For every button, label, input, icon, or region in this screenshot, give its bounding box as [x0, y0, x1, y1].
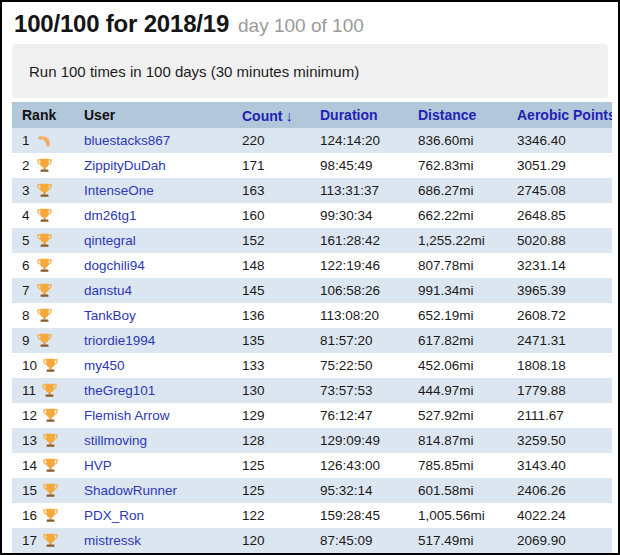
- username-link[interactable]: TankBoy: [84, 308, 136, 323]
- user-cell: qintegral: [74, 228, 232, 253]
- rank-cell: 6: [12, 253, 74, 278]
- username-link[interactable]: bluestacks867: [84, 133, 170, 148]
- aerobic-points-cell: 2069.90: [507, 528, 612, 553]
- col-header-rank: Rank: [12, 102, 74, 128]
- leaderboard-table: Rank User Count↓ Duration Distance Aerob…: [12, 102, 612, 553]
- duration-cell: 81:57:20: [310, 328, 408, 353]
- distance-cell: 686.27mi: [408, 178, 507, 203]
- table-row: 2 ZippityDuDah 171 98:45:49 762.83mi: [12, 153, 612, 178]
- username-link[interactable]: PDX_Ron: [84, 508, 144, 523]
- username-link[interactable]: ShadowRunner: [84, 483, 177, 498]
- aerobic-points-cell: 2111.67: [507, 403, 612, 428]
- aerobic-points-cell: 1779.88: [507, 378, 612, 403]
- username-link[interactable]: IntenseOne: [84, 183, 154, 198]
- username-link[interactable]: mistressk: [84, 533, 141, 548]
- count-cell: 122: [232, 503, 310, 528]
- duration-cell: 75:22:50: [310, 353, 408, 378]
- distance-cell: 601.58mi: [408, 478, 507, 503]
- col-header-duration[interactable]: Duration: [310, 102, 408, 128]
- distance-cell: 991.34mi: [408, 278, 507, 303]
- trophy-icon: [42, 357, 59, 374]
- rank-number: 10: [22, 358, 37, 373]
- username-link[interactable]: dm26tg1: [84, 208, 137, 223]
- col-header-distance[interactable]: Distance: [408, 102, 507, 128]
- duration-cell: 113:31:37: [310, 178, 408, 203]
- duration-cell: 126:43:00: [310, 453, 408, 478]
- user-cell: TankBoy: [74, 303, 232, 328]
- distance-cell: 1,005.56mi: [408, 503, 507, 528]
- table-row: 12 Flemish Arrow 129 76:12:47 527.92: [12, 403, 612, 428]
- rank-number: 17: [22, 533, 37, 548]
- username-link[interactable]: triordie1994: [84, 333, 155, 348]
- rank-number: 11: [22, 383, 36, 398]
- username-link[interactable]: my450: [84, 358, 125, 373]
- username-link[interactable]: danstu4: [84, 283, 132, 298]
- rank-number: 4: [22, 208, 31, 223]
- trophy-icon: [41, 382, 58, 399]
- username-link[interactable]: qintegral: [84, 233, 136, 248]
- user-cell: HVP: [74, 453, 232, 478]
- rank-number: 9: [22, 333, 31, 348]
- aerobic-points-cell: 3231.14: [507, 253, 612, 278]
- user-cell: theGreg101: [74, 378, 232, 403]
- aerobic-points-cell: 2648.85: [507, 203, 612, 228]
- duration-cell: 76:12:47: [310, 403, 408, 428]
- rank-cell: 9: [12, 328, 74, 353]
- duration-cell: 113:08:20: [310, 303, 408, 328]
- username-link[interactable]: Flemish Arrow: [84, 408, 170, 423]
- trophy-icon: [42, 482, 59, 499]
- challenge-description-box: Run 100 times in 100 days (30 minutes mi…: [12, 44, 608, 98]
- aerobic-points-cell: 3346.40: [507, 128, 612, 153]
- col-header-aerobic-points[interactable]: Aerobic Points: [507, 102, 612, 128]
- username-link[interactable]: stillmoving: [84, 433, 147, 448]
- table-row: 1 bluestacks867 220 124:14:20 836.60: [12, 128, 612, 153]
- distance-cell: 807.78mi: [408, 253, 507, 278]
- day-progress-label: day 100 of 100: [238, 9, 364, 42]
- rank-cell: 10: [12, 353, 74, 378]
- count-cell: 125: [232, 478, 310, 503]
- distance-cell: 814.87mi: [408, 428, 507, 453]
- aerobic-points-cell: 3143.40: [507, 453, 612, 478]
- rank-cell: 5: [12, 228, 74, 253]
- table-row: 7 danstu4 145 106:58:26 991.34mi: [12, 278, 612, 303]
- distance-cell: 527.92mi: [408, 403, 507, 428]
- table-row: 11 theGreg101 130 73:57:53 444.97mi: [12, 378, 612, 403]
- trophy-icon: [36, 257, 53, 274]
- user-cell: IntenseOne: [74, 178, 232, 203]
- user-cell: stillmoving: [74, 428, 232, 453]
- count-cell: 171: [232, 153, 310, 178]
- user-cell: ZippityDuDah: [74, 153, 232, 178]
- leaderboard-body: 1 bluestacks867 220 124:14:20 836.60: [12, 128, 612, 553]
- count-cell: 163: [232, 178, 310, 203]
- rank-cell: 2: [12, 153, 74, 178]
- user-cell: danstu4: [74, 278, 232, 303]
- trophy-icon: [36, 332, 53, 349]
- user-cell: triordie1994: [74, 328, 232, 353]
- table-row: 13 stillmoving 128 129:09:49 814.87m: [12, 428, 612, 453]
- duration-cell: 95:32:14: [310, 478, 408, 503]
- leaderboard-header: Rank User Count↓ Duration Distance Aerob…: [12, 102, 612, 128]
- rank-cell: 3: [12, 178, 74, 203]
- aerobic-points-cell: 2471.31: [507, 328, 612, 353]
- rank-number: 3: [22, 183, 31, 198]
- table-row: 5 qintegral 152 161:28:42 1,255.22mi: [12, 228, 612, 253]
- username-link[interactable]: HVP: [84, 458, 112, 473]
- username-link[interactable]: dogchili94: [84, 258, 145, 273]
- username-link[interactable]: ZippityDuDah: [84, 158, 166, 173]
- username-link[interactable]: theGreg101: [84, 383, 155, 398]
- col-header-user: User: [74, 102, 232, 128]
- sort-desc-icon: ↓: [285, 107, 293, 124]
- count-cell: 120: [232, 528, 310, 553]
- trophy-icon: [36, 282, 53, 299]
- duration-cell: 129:09:49: [310, 428, 408, 453]
- rank-cell: 16: [12, 503, 74, 528]
- rank-number: 2: [22, 158, 31, 173]
- distance-cell: 1,255.22mi: [408, 228, 507, 253]
- duration-cell: 159:28:45: [310, 503, 408, 528]
- aerobic-points-cell: 1808.18: [507, 353, 612, 378]
- user-cell: dogchili94: [74, 253, 232, 278]
- count-cell: 133: [232, 353, 310, 378]
- aerobic-points-cell: 2406.26: [507, 478, 612, 503]
- rank-cell: 15: [12, 478, 74, 503]
- col-header-count[interactable]: Count↓: [232, 102, 310, 128]
